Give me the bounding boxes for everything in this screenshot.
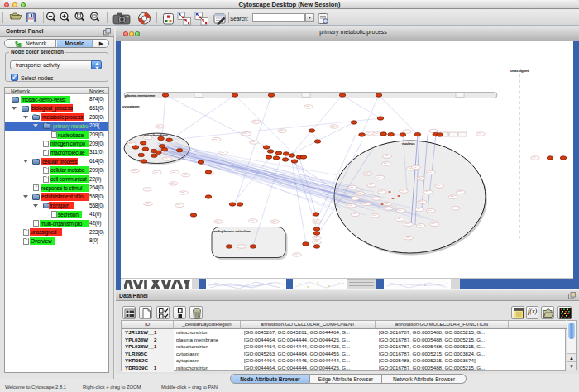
svg-text:·•·•·: ·•·•· [432, 223, 436, 226]
svg-text:·•·•·: ·•·•· [431, 131, 435, 133]
svg-text:·•·•·: ·•·•· [405, 223, 409, 226]
svg-text:·•·•·: ·•·•· [418, 178, 422, 180]
svg-text:nucleus: nucleus [402, 141, 415, 146]
svg-text:·•·•·: ·•·•· [306, 106, 310, 108]
svg-text:·•·•·: ·•·•· [369, 184, 373, 187]
svg-text:·•·•·: ·•·•· [180, 192, 184, 194]
svg-text:·•·•·: ·•·•· [349, 205, 353, 208]
svg-text:·•·•·: ·•·•· [478, 133, 482, 136]
svg-text:·•·•·: ·•·•· [314, 221, 318, 223]
svg-text:·•·•·: ·•·•· [280, 130, 284, 132]
svg-text:·•·•·: ·•·•· [183, 174, 187, 177]
svg-text:·•·•·: ·•·•· [404, 131, 409, 133]
svg-text:·•·•·: ·•·•· [437, 185, 441, 188]
svg-text:·•·•·: ·•·•· [385, 155, 389, 158]
svg-text:·•·•·: ·•·•· [452, 208, 457, 210]
svg-text:·•·•·: ·•·•· [170, 183, 175, 185]
svg-text:·•·•·: ·•·•· [413, 167, 417, 170]
svg-text:·•·•·: ·•·•· [253, 121, 257, 123]
svg-text:plasma membrane: plasma membrane [125, 93, 156, 98]
svg-text:·•·•·: ·•·•· [405, 237, 409, 240]
svg-text:·•·•·: ·•·•· [384, 163, 388, 165]
svg-text:·•·•·: ·•·•· [129, 143, 133, 146]
svg-text:·•·•·: ·•·•· [294, 254, 299, 256]
svg-text:·•·•·: ·•·•· [221, 152, 225, 155]
svg-text:·•·•·: ·•·•· [332, 126, 336, 128]
svg-text:·•·•·: ·•·•· [428, 172, 432, 174]
svg-text:·•·•·: ·•·•· [380, 191, 384, 194]
svg-text:·•·•·: ·•·•· [155, 172, 159, 174]
svg-text:·•·•·: ·•·•· [145, 189, 149, 191]
svg-text:·•·•·: ·•·•· [401, 190, 405, 193]
svg-text:·•·•·: ·•·•· [146, 203, 150, 206]
svg-text:·•·•·: ·•·•· [375, 133, 379, 136]
svg-text:·•·•·: ·•·•· [397, 218, 401, 221]
svg-text:endoplasmic reticulum: endoplasmic reticulum [213, 229, 251, 233]
svg-text:·•·•·: ·•·•· [377, 177, 381, 179]
svg-text:·•·•·: ·•·•· [418, 225, 422, 227]
svg-text:·•·•·: ·•·•· [367, 132, 371, 135]
svg-text:·•·•·: ·•·•· [408, 168, 412, 170]
svg-text:cytoplasm: cytoplasm [122, 104, 140, 108]
svg-text:·•·•·: ·•·•· [350, 187, 354, 189]
svg-text:·•·•·: ·•·•· [132, 170, 136, 173]
svg-text:·•·•·: ·•·•· [145, 137, 149, 140]
svg-text:·•·•·: ·•·•· [386, 208, 390, 210]
svg-text:·•·•·: ·•·•· [385, 203, 389, 206]
svg-text:·•·•·: ·•·•· [398, 210, 402, 213]
svg-text:·•·•·: ·•·•· [239, 246, 243, 248]
svg-text:·•·•·: ·•·•· [165, 158, 169, 160]
svg-text:·•·•·: ·•·•· [177, 204, 181, 207]
svg-text:·•·•·: ·•·•· [216, 221, 220, 223]
svg-text:·•·•·: ·•·•· [251, 141, 256, 144]
svg-text:·•·•·: ·•·•· [314, 241, 318, 244]
svg-text:·•·•·: ·•·•· [425, 191, 429, 194]
svg-text:·•·•·: ·•·•· [251, 220, 255, 222]
svg-text:unassigned: unassigned [510, 69, 529, 73]
svg-text:·•·•·: ·•·•· [419, 201, 423, 203]
svg-text:·•·•·: ·•·•· [314, 237, 318, 240]
svg-text:·•·•·: ·•·•· [457, 191, 462, 194]
svg-text:·•·•·: ·•·•· [244, 133, 248, 136]
svg-text:·•·•·: ·•·•· [365, 173, 369, 175]
svg-text:·•·•·: ·•·•· [374, 198, 378, 200]
svg-text:·•·•·: ·•·•· [372, 215, 376, 218]
svg-text:·•·•·: ·•·•· [357, 193, 361, 195]
svg-text:·•·•·: ·•·•· [533, 157, 537, 160]
svg-text:·•·•·: ·•·•· [352, 198, 356, 200]
svg-text:·•·•·: ·•·•· [352, 213, 356, 216]
svg-text:·•·•·: ·•·•· [157, 126, 161, 128]
svg-text:·•·•·: ·•·•· [417, 208, 421, 211]
svg-text:·•·•·: ·•·•· [172, 172, 176, 174]
svg-text:·•·•·: ·•·•· [272, 221, 276, 223]
svg-text:·•·•·: ·•·•· [364, 203, 368, 206]
svg-text:·•·•·: ·•·•· [428, 210, 432, 213]
svg-text:·•·•·: ·•·•· [213, 139, 218, 141]
svg-text:·•·•·: ·•·•· [450, 196, 454, 198]
